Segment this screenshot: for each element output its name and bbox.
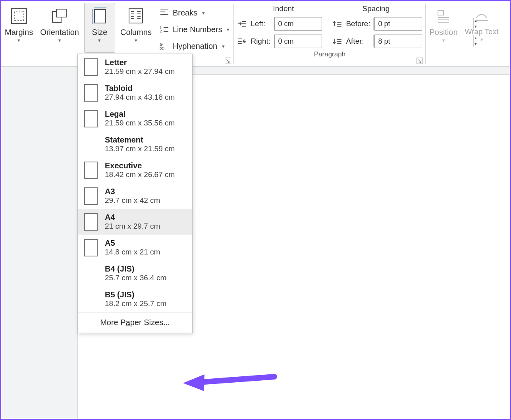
size-option-a3[interactable]: A329.7 cm x 42 cm (78, 183, 192, 209)
size-option-dimensions: 21.59 cm x 35.56 cm (105, 119, 175, 127)
svg-text:2: 2 (160, 29, 162, 34)
indent-title: Indent (237, 3, 330, 15)
more-paper-sizes[interactable]: More Paper Sizes... (78, 312, 192, 333)
size-button[interactable]: Size ▾ (84, 3, 115, 53)
page-icon (84, 162, 98, 179)
svg-rect-41 (438, 10, 444, 15)
size-dropdown: Letter21.59 cm x 27.94 cmTabloid27.94 cm… (77, 54, 193, 333)
chevron-down-icon: ▾ (58, 37, 61, 43)
page-setup-launcher[interactable]: ↘ (225, 58, 231, 64)
size-option-name: B5 (JIS) (105, 290, 166, 299)
orientation-button[interactable]: Orientation ▾ (38, 3, 81, 53)
size-icon (90, 6, 109, 25)
size-option-a5[interactable]: A514.8 cm x 21 cm (78, 235, 192, 260)
size-option-name: Tabloid (105, 84, 175, 93)
page-icon (84, 58, 98, 76)
size-option-dimensions: 25.7 cm x 36.4 cm (105, 274, 166, 282)
page-icon (84, 187, 98, 205)
margins-icon (10, 6, 29, 25)
chevron-down-icon: ▾ (480, 37, 483, 42)
size-option-dimensions: 18.2 cm x 25.7 cm (105, 299, 166, 308)
size-option-a4[interactable]: A421 cm x 29.7 cm (78, 209, 192, 235)
svg-rect-4 (94, 10, 106, 23)
size-option-name: B4 (JIS) (105, 264, 166, 274)
hyphenation-button[interactable]: a-bc Hyphenation ▾ (157, 38, 232, 54)
size-option-name: Statement (105, 135, 175, 144)
margins-button[interactable]: Margins ▾ (3, 3, 35, 53)
svg-rect-0 (12, 8, 27, 23)
breaks-button[interactable]: Breaks ▾ (157, 4, 232, 21)
chevron-down-icon: ▾ (98, 37, 101, 43)
size-option-dimensions: 13.97 cm x 21.59 cm (105, 144, 175, 153)
paragraph-caption: Paragraph (237, 50, 422, 58)
position-button[interactable]: Position ▾ (427, 3, 459, 53)
breaks-icon (159, 8, 170, 18)
size-option-dimensions: 29.7 cm x 42 cm (105, 196, 160, 205)
spacing-before-label: Before: (346, 19, 371, 28)
size-option-letter[interactable]: Letter21.59 cm x 27.94 cm (78, 54, 192, 80)
size-option-tabloid[interactable]: Tabloid27.94 cm x 43.18 cm (78, 80, 192, 106)
svg-rect-1 (14, 11, 24, 21)
line-numbers-icon: 12 (159, 24, 170, 35)
line-numbers-button[interactable]: 12 Line Numbers ▾ (157, 21, 232, 38)
wrap-text-icon (472, 6, 491, 25)
size-option-dimensions: 21 cm x 29.7 cm (105, 222, 160, 231)
page-icon (84, 84, 98, 102)
spacing-before-icon (332, 19, 343, 28)
page-icon (84, 239, 98, 256)
paragraph-group: Indent Spacing Left: ▲▼ Before: ▲▼ (234, 1, 425, 66)
page-icon (84, 110, 98, 127)
size-option-executive[interactable]: Executive18.42 cm x 26.67 cm (78, 157, 192, 183)
spacing-after-label: After: (346, 37, 371, 46)
size-option-dimensions: 18.42 cm x 26.67 cm (105, 170, 175, 179)
spacing-before-spinner[interactable]: ▲▼ (374, 17, 422, 31)
orientation-icon (50, 6, 69, 25)
size-option-dimensions: 14.8 cm x 21 cm (105, 248, 160, 256)
size-option-b5-jis-[interactable]: B5 (JIS)18.2 cm x 25.7 cm (78, 286, 192, 312)
spacing-after-spinner[interactable]: ▲▼ (374, 35, 422, 48)
chevron-down-icon: ▾ (222, 43, 225, 49)
chevron-down-icon: ▾ (135, 37, 137, 43)
svg-text:bc: bc (160, 46, 164, 50)
indent-right-icon (237, 37, 247, 46)
indent-left-icon (237, 19, 247, 28)
columns-icon (126, 6, 145, 25)
page-icon (84, 213, 98, 231)
size-option-name: Letter (105, 58, 175, 67)
position-icon (434, 6, 453, 25)
size-option-name: A5 (105, 239, 160, 248)
size-option-name: A4 (105, 213, 160, 222)
chevron-down-icon: ▾ (227, 27, 229, 33)
wrap-text-button[interactable]: Wrap Text ▾ (463, 3, 501, 53)
size-option-name: Legal (105, 110, 175, 119)
size-option-name: Executive (105, 161, 175, 170)
columns-button[interactable]: Columns ▾ (118, 3, 154, 53)
indent-right-label: Right: (251, 37, 271, 46)
size-option-name: A3 (105, 187, 160, 196)
paragraph-launcher[interactable]: ↘ (417, 58, 423, 64)
indent-right-spinner[interactable]: ▲▼ (274, 35, 322, 48)
chevron-down-icon: ▾ (442, 37, 445, 43)
svg-rect-3 (56, 9, 67, 17)
chevron-down-icon: ▾ (202, 10, 205, 16)
chevron-down-icon: ▾ (17, 37, 20, 43)
spacing-after-icon (332, 37, 343, 46)
indent-left-label: Left: (251, 19, 271, 28)
size-option-b4-jis-[interactable]: B4 (JIS)25.7 cm x 36.4 cm (78, 260, 192, 286)
size-option-legal[interactable]: Legal21.59 cm x 35.56 cm (78, 106, 192, 131)
size-option-dimensions: 27.94 cm x 43.18 cm (105, 93, 175, 102)
size-option-statement[interactable]: Statement13.97 cm x 21.59 cm (78, 131, 192, 157)
spacing-title: Spacing (330, 3, 422, 15)
size-option-dimensions: 21.59 cm x 27.94 cm (105, 67, 175, 76)
hyphenation-icon: a-bc (159, 41, 170, 51)
indent-left-spinner[interactable]: ▲▼ (274, 17, 322, 31)
